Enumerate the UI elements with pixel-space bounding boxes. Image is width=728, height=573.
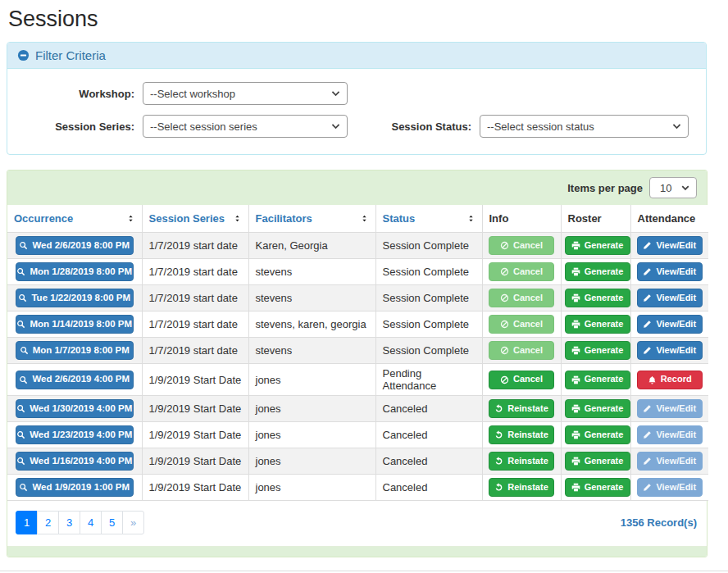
- table-row: Wed 1/9/2019 1:00 PM1/9/2019 Start Datej…: [7, 475, 708, 501]
- next-page-button[interactable]: »: [122, 511, 144, 534]
- status-cell: Canceled: [375, 475, 482, 501]
- page-button-5[interactable]: 5: [101, 511, 123, 534]
- printer-icon: [571, 320, 580, 329]
- occurrence-button[interactable]: Wed 1/16/2019 4:00 PM: [16, 452, 134, 471]
- items-per-page-select[interactable]: 10: [649, 177, 697, 198]
- info-action-button[interactable]: Reinstate: [489, 452, 554, 471]
- attendance-action-button[interactable]: View/Edit: [637, 236, 703, 255]
- filter-criteria-title: Filter Criteria: [35, 48, 106, 62]
- attendance-action-button[interactable]: View/Edit: [637, 341, 703, 360]
- session-status-select[interactable]: --Select session status: [480, 115, 689, 138]
- info-action-button[interactable]: Cancel: [489, 315, 554, 334]
- search-icon: [16, 404, 25, 413]
- roster-action-button[interactable]: Generate: [565, 236, 630, 255]
- column-header-occurrence[interactable]: Occurrence: [7, 205, 142, 233]
- occurrence-button[interactable]: Wed 1/23/2019 4:00 PM: [16, 425, 134, 444]
- occurrence-button[interactable]: Mon 1/7/2019 8:00 PM: [16, 341, 134, 360]
- page-button-4[interactable]: 4: [80, 511, 102, 534]
- column-header-status[interactable]: Status: [375, 205, 482, 233]
- workshop-label: Workshop:: [7, 88, 143, 100]
- roster-action-button[interactable]: Generate: [565, 371, 630, 389]
- info-action-button[interactable]: Cancel: [489, 341, 554, 360]
- column-header-facilitators[interactable]: Facilitators: [248, 205, 375, 233]
- attendance-action-button[interactable]: Record: [637, 371, 703, 389]
- roster-action-button[interactable]: Generate: [565, 341, 630, 360]
- roster-action-button[interactable]: Generate: [565, 399, 630, 418]
- roster-action-button[interactable]: Generate: [565, 452, 630, 471]
- sort-icon[interactable]: [360, 214, 369, 223]
- printer-icon: [571, 241, 580, 250]
- roster-action-button[interactable]: Generate: [565, 478, 630, 497]
- bell-icon: [648, 375, 657, 384]
- occurrence-button[interactable]: Mon 1/28/2019 8:00 PM: [16, 262, 134, 281]
- ban-icon: [500, 346, 509, 355]
- info-action-button[interactable]: Reinstate: [489, 399, 554, 418]
- column-label: Attendance: [638, 212, 696, 225]
- sort-icon[interactable]: [233, 214, 242, 223]
- info-action-button[interactable]: Cancel: [489, 236, 554, 255]
- attendance-action-button[interactable]: View/Edit: [637, 289, 703, 307]
- column-label: Session Series: [149, 212, 225, 225]
- status-cell: Pending Attendance: [375, 364, 482, 396]
- button-label: Reinstate: [507, 430, 548, 440]
- sort-icon[interactable]: [126, 214, 135, 223]
- info-action-button[interactable]: Reinstate: [489, 425, 554, 444]
- button-label: Generate: [585, 319, 624, 330]
- session-series-field: Session Series: --Select session series: [7, 115, 357, 138]
- session-series-select[interactable]: --Select session series: [143, 115, 348, 138]
- sort-icon[interactable]: [466, 214, 475, 223]
- facilitators-cell: jones: [248, 475, 375, 501]
- occurrence-button[interactable]: Tue 1/22/2019 8:00 PM: [16, 289, 134, 307]
- roster-action-button[interactable]: Generate: [565, 425, 630, 444]
- session-series-cell: 1/9/2019 Start Date: [142, 364, 248, 396]
- status-cell: Session Complete: [375, 233, 482, 259]
- attendance-action-button[interactable]: View/Edit: [637, 452, 703, 471]
- attendance-action-button[interactable]: View/Edit: [637, 262, 703, 281]
- facilitators-cell: stevens, karen, georgia: [248, 312, 375, 338]
- roster-action-button[interactable]: Generate: [565, 262, 630, 281]
- table-row: Mon 1/7/2019 8:00 PM1/7/2019 start dates…: [7, 338, 708, 364]
- column-label: Roster: [568, 212, 602, 225]
- occurrence-button[interactable]: Mon 1/14/2019 8:00 PM: [16, 315, 134, 334]
- page-button-2[interactable]: 2: [37, 511, 59, 534]
- search-icon: [19, 483, 28, 492]
- occurrence-label: Wed 1/30/2019 4:00 PM: [30, 403, 132, 415]
- occurrence-button[interactable]: Wed 1/30/2019 4:00 PM: [16, 399, 134, 418]
- attendance-action-button[interactable]: View/Edit: [637, 478, 703, 497]
- button-label: Generate: [585, 345, 624, 356]
- column-header-attendance: Attendance: [630, 205, 708, 233]
- button-label: Generate: [585, 374, 624, 384]
- table-row: Wed 1/30/2019 4:00 PM1/9/2019 Start Date…: [7, 396, 708, 422]
- info-action-button[interactable]: Cancel: [489, 371, 554, 389]
- button-label: View/Edit: [656, 403, 696, 414]
- workshop-select[interactable]: --Select workshop: [143, 82, 348, 105]
- occurrence-button[interactable]: Wed 1/9/2019 1:00 PM: [16, 478, 134, 497]
- column-header-session-series[interactable]: Session Series: [142, 205, 248, 233]
- filter-criteria-header[interactable]: Filter Criteria: [7, 43, 706, 69]
- roster-action-button[interactable]: Generate: [565, 289, 630, 307]
- occurrence-label: Mon 1/7/2019 8:00 PM: [33, 345, 130, 357]
- button-label: Cancel: [513, 266, 543, 277]
- info-action-button[interactable]: Reinstate: [489, 478, 554, 497]
- occurrence-button[interactable]: Wed 2/6/2019 8:00 PM: [16, 236, 134, 255]
- occurrence-label: Mon 1/28/2019 8:00 PM: [30, 266, 132, 278]
- occurrence-button[interactable]: Wed 2/6/2019 4:00 PM: [16, 371, 134, 389]
- button-label: View/Edit: [656, 345, 696, 356]
- session-series-label: Session Series:: [7, 121, 143, 133]
- attendance-action-button[interactable]: View/Edit: [637, 399, 703, 418]
- button-label: View/Edit: [656, 482, 696, 493]
- page-button-3[interactable]: 3: [58, 511, 80, 534]
- page-button-1[interactable]: 1: [16, 511, 38, 534]
- search-icon: [16, 320, 25, 329]
- printer-icon: [571, 267, 580, 276]
- occurrence-label: Wed 1/16/2019 4:00 PM: [30, 456, 132, 467]
- facilitators-cell: Karen, Georgia: [248, 233, 375, 259]
- pencil-icon: [643, 483, 652, 492]
- attendance-action-button[interactable]: View/Edit: [637, 315, 703, 334]
- info-action-button[interactable]: Cancel: [489, 262, 554, 281]
- roster-action-button[interactable]: Generate: [565, 315, 630, 334]
- status-cell: Session Complete: [375, 259, 482, 285]
- attendance-action-button[interactable]: View/Edit: [637, 425, 703, 444]
- reinstate-icon: [494, 430, 503, 439]
- info-action-button[interactable]: Cancel: [489, 289, 554, 307]
